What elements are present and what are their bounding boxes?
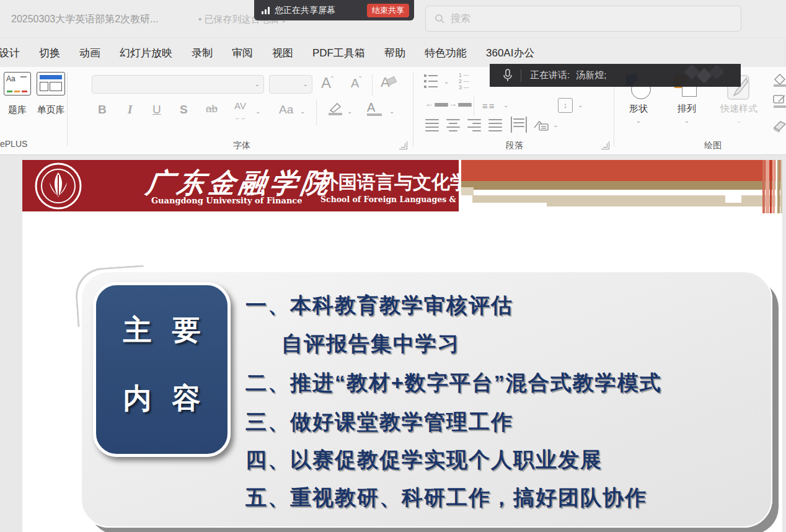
menu-record[interactable]: 录制	[192, 46, 213, 60]
highlighter-icon	[327, 102, 343, 115]
chevron-down-icon[interactable]: ⌄	[503, 102, 508, 109]
paragraph-dialog-launcher-icon[interactable]	[601, 141, 609, 149]
strikethrough-button[interactable]: ab	[206, 103, 218, 115]
menu-review[interactable]: 审阅	[232, 46, 253, 60]
chevron-down-icon[interactable]: ⌄	[444, 78, 449, 85]
menu-help[interactable]: 帮助	[384, 46, 405, 60]
underline-button[interactable]: U	[152, 103, 161, 117]
menu-animations[interactable]: 动画	[79, 46, 100, 60]
shape-fill-button[interactable]	[772, 72, 786, 89]
chevron-down-icon[interactable]: ⌄	[389, 108, 394, 115]
eraser-icon	[772, 119, 786, 133]
university-name-english: Guangdong University of Finance	[151, 196, 302, 205]
font-size-select[interactable]: ⌄	[269, 75, 312, 94]
numbered-list-button[interactable]: 1 — 2 — 3 —	[459, 72, 469, 91]
chevron-down-icon[interactable]: ⌄	[300, 108, 305, 115]
mini-divider	[474, 97, 474, 117]
clear-format-button[interactable]: A	[381, 74, 399, 91]
agenda-title-box[interactable]: 主 要 内 容	[93, 282, 231, 457]
align-left-button[interactable]	[425, 119, 439, 131]
shrink-font-button[interactable]: Aˇ	[351, 76, 361, 91]
school-name-english: School of Foreign Languages & Cultures	[320, 195, 496, 204]
decor-vstripe	[762, 160, 765, 213]
drawing-group-label: 绘图	[704, 140, 722, 151]
decor-vstripe	[772, 160, 775, 213]
menu-slideshow[interactable]: 幻灯片放映	[120, 46, 172, 60]
signal-bars-icon	[262, 7, 270, 14]
agenda-item-5: 五、重视教研、科研工作，搞好团队协作	[245, 484, 647, 512]
search-placeholder: 搜索	[451, 12, 470, 25]
templates-group-label: ePLUS	[0, 139, 27, 149]
agenda-title-line2: 内 容	[102, 379, 227, 418]
convert-smartart-button[interactable]	[533, 118, 549, 134]
university-banner: 广东金融学院 Guangdong University of Finance 外…	[22, 160, 459, 211]
menu-pdf-toolbox[interactable]: PDF工具箱	[312, 46, 365, 60]
search-input[interactable]: 搜索	[425, 6, 741, 32]
shadow-button[interactable]: S	[180, 103, 188, 117]
font-color-button[interactable]: A	[367, 100, 382, 116]
meeting-app-logo	[686, 66, 730, 85]
decor-beige-bar	[547, 203, 782, 206]
menu-360ai[interactable]: 360AI办公	[486, 46, 534, 60]
decor-beige-notch	[461, 187, 474, 195]
decor-orange-band	[461, 160, 782, 181]
menu-design[interactable]: 设计	[0, 46, 20, 60]
fill-bucket-icon	[772, 72, 786, 87]
paragraph-group-label: 段落	[506, 140, 523, 151]
align-center-button[interactable]	[446, 119, 460, 131]
decor-vstripe	[770, 160, 772, 213]
italic-button[interactable]: I	[128, 103, 132, 117]
agenda-item-4: 四、以赛促教促学实现个人职业发展	[245, 446, 603, 474]
change-case-button[interactable]: Aa	[279, 103, 293, 117]
line-spacing-button[interactable]: ≡≡	[482, 100, 496, 111]
toast-divider	[521, 69, 521, 82]
align-right-button[interactable]	[467, 119, 481, 131]
slide-canvas[interactable]: 广东金融学院 Guangdong University of Finance 外…	[22, 160, 782, 532]
save-status-bullet: •	[198, 14, 201, 24]
grow-font-button[interactable]: Aˆ	[321, 74, 333, 92]
distribute-text-button[interactable]	[511, 117, 527, 133]
agenda-title-line1: 主 要	[102, 311, 227, 350]
decrease-indent-button[interactable]: ←	[425, 99, 448, 109]
agenda-item-1b: 自评报告集中学习	[281, 330, 460, 358]
search-icon	[435, 14, 444, 24]
agenda-item-2: 二、推进“教材+数字平台”混合式教学模式	[245, 369, 662, 397]
menu-transitions[interactable]: 切换	[39, 46, 60, 60]
decor-vstripe	[780, 160, 782, 213]
text-direction-button[interactable]: ↕	[558, 98, 573, 113]
decor-beige-bar	[472, 195, 725, 203]
eraser-button[interactable]	[772, 119, 786, 135]
speaking-label: 正在讲话:	[530, 69, 570, 81]
increase-indent-button[interactable]: →	[449, 99, 472, 109]
end-share-button[interactable]: 结束共享	[367, 4, 409, 17]
menu-view[interactable]: 视图	[272, 46, 293, 60]
menu-special-features[interactable]: 特色功能	[425, 46, 467, 60]
mini-divider	[316, 99, 317, 125]
outline-pen-icon	[772, 93, 786, 108]
document-title: 20250303大学英语部第2次教研...	[11, 13, 158, 26]
microphone-icon	[502, 69, 513, 82]
speaker-name: 汤新煌;	[576, 69, 606, 81]
character-spacing-button[interactable]: AV←→	[234, 100, 246, 122]
menu-bar: 设计 切换 动画 幻灯片放映 录制 审阅 视图 PDF工具箱 帮助 特色功能 3…	[0, 38, 785, 67]
question-library-button[interactable]: Aa 题库	[2, 72, 32, 116]
group-divider	[413, 72, 413, 146]
justify-button[interactable]	[488, 119, 502, 131]
bold-button[interactable]: B	[98, 103, 107, 117]
group-divider	[67, 72, 68, 146]
single-page-library-button[interactable]: 单页库	[35, 72, 67, 116]
font-name-select[interactable]: ⌄	[92, 75, 264, 94]
chevron-down-icon[interactable]: ⌄	[347, 108, 352, 115]
shape-outline-button[interactable]	[772, 93, 786, 110]
bullet-list-button[interactable]	[424, 74, 438, 88]
highlight-color-button[interactable]	[327, 102, 343, 118]
question-library-icon: Aa	[4, 72, 31, 95]
font-dialog-launcher-icon[interactable]	[399, 141, 407, 149]
chevron-down-icon[interactable]: ⌄	[255, 108, 260, 115]
chevron-down-icon[interactable]: ⌄	[553, 122, 558, 128]
university-logo-icon	[33, 161, 83, 211]
decor-vstripe	[777, 160, 780, 213]
font-group-label: 字体	[233, 140, 250, 151]
single-page-library-icon	[37, 72, 65, 95]
chevron-down-icon[interactable]: ⌄	[578, 102, 583, 109]
